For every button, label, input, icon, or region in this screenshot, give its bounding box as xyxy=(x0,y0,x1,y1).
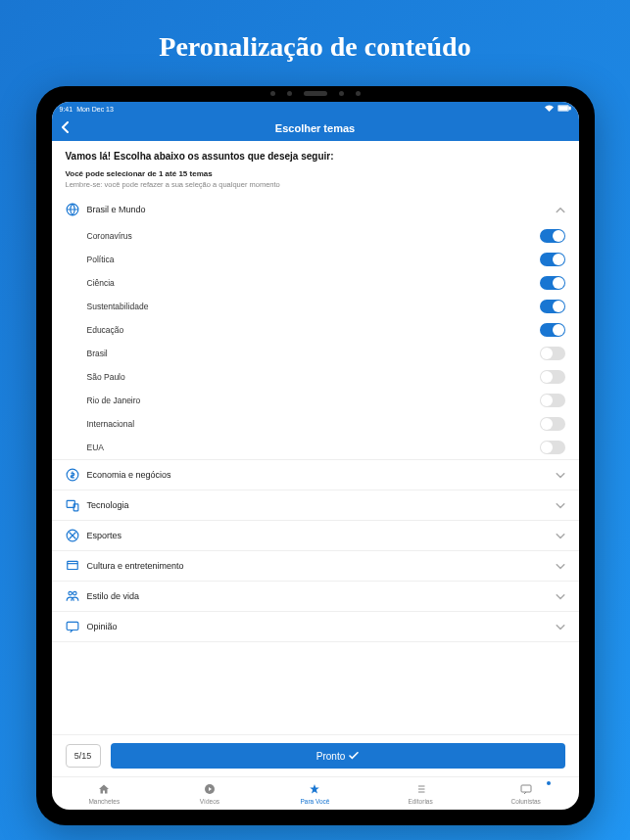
topic-toggle[interactable] xyxy=(540,394,565,407)
svg-rect-11 xyxy=(67,622,78,630)
topic-toggle[interactable] xyxy=(540,417,565,431)
topic-row: Rio de Janeiro xyxy=(87,389,579,412)
promo-title: Peronalização de conteúdo xyxy=(159,31,470,63)
category-header[interactable]: Opinião xyxy=(52,612,579,641)
chevron-down-icon xyxy=(556,531,565,541)
category: Opinião xyxy=(52,612,579,642)
notification-badge xyxy=(547,781,551,785)
nav-title: Escolher temas xyxy=(275,122,355,134)
topic-toggle[interactable] xyxy=(540,300,565,313)
chevron-down-icon xyxy=(556,470,565,481)
status-bar: 9:41 Mon Dec 13 xyxy=(52,102,579,116)
category: Cultura e entretenimento xyxy=(52,551,579,582)
topic-row: EUA xyxy=(87,436,579,459)
globe-icon xyxy=(66,203,79,216)
topic-toggle[interactable] xyxy=(540,347,565,360)
chevron-down-icon xyxy=(556,622,565,632)
topic-label: Internacional xyxy=(87,419,135,429)
tab-colunistas[interactable]: Colunistas xyxy=(473,777,579,810)
topic-label: Coronavírus xyxy=(87,231,132,241)
bottom-action-bar: 5/15 Pronto xyxy=(52,734,579,776)
topic-label: Educação xyxy=(87,325,124,335)
chevron-down-icon xyxy=(556,591,565,602)
topic-label: Política xyxy=(87,255,115,264)
topic-toggle[interactable] xyxy=(540,441,565,454)
devices-icon xyxy=(66,498,79,512)
culture-icon xyxy=(66,559,79,573)
tablet-frame: 9:41 Mon Dec 13 Escolher temas Vamos lá!… xyxy=(36,86,595,825)
category-label: Opinião xyxy=(87,622,556,631)
topic-row: Internacional xyxy=(87,412,579,436)
topic-toggle[interactable] xyxy=(540,229,565,243)
done-button[interactable]: Pronto xyxy=(111,743,565,769)
tab-para-você[interactable]: Para Você xyxy=(263,777,368,810)
home-icon xyxy=(98,783,110,797)
topic-label: Rio de Janeiro xyxy=(87,396,141,405)
tablet-notch xyxy=(270,91,361,96)
topic-row: Coronavírus xyxy=(87,224,579,248)
back-button[interactable] xyxy=(62,120,70,136)
category-label: Brasil e Mundo xyxy=(87,205,556,214)
category: Estilo de vida xyxy=(52,582,579,612)
opinion-icon xyxy=(66,620,79,633)
tab-label: Colunistas xyxy=(510,798,540,805)
category-header[interactable]: Tecnologia xyxy=(52,490,579,520)
chat-icon xyxy=(520,783,532,797)
category-label: Cultura e entretenimento xyxy=(87,561,556,571)
topic-toggle[interactable] xyxy=(540,253,565,266)
category-header[interactable]: Cultura e entretenimento xyxy=(52,551,579,581)
star-icon xyxy=(309,783,320,797)
category-label: Estilo de vida xyxy=(87,591,556,601)
topic-label: Sustentabilidade xyxy=(87,302,149,311)
lifestyle-icon xyxy=(66,589,79,603)
category: Tecnologia xyxy=(52,490,579,521)
main-prompt: Vamos lá! Escolha abaixo os assuntos que… xyxy=(66,151,565,162)
done-button-label: Pronto xyxy=(316,751,345,762)
instructions-block: Vamos lá! Escolha abaixo os assuntos que… xyxy=(52,141,579,195)
list-icon xyxy=(414,783,426,797)
category: Brasil e MundoCoronavírusPolíticaCiência… xyxy=(52,195,579,460)
topic-row: Política xyxy=(87,248,579,271)
svg-rect-8 xyxy=(67,561,77,569)
chevron-down-icon xyxy=(556,500,565,511)
chevron-down-icon xyxy=(556,561,565,572)
tab-label: Editorias xyxy=(408,798,432,805)
nav-header: Escolher temas xyxy=(52,116,579,141)
tab-bar: ManchetesVídeosPara VocêEditoriasColunis… xyxy=(52,776,579,810)
category-header[interactable]: Esportes xyxy=(52,521,579,550)
tab-editorias[interactable]: Editorias xyxy=(367,777,473,810)
category-header[interactable]: Economia e negócios xyxy=(52,460,579,490)
svg-rect-2 xyxy=(568,107,569,110)
battery-icon xyxy=(557,105,571,113)
category-label: Tecnologia xyxy=(87,500,556,510)
category: Esportes xyxy=(52,521,579,551)
category-header[interactable]: Estilo de vida xyxy=(52,582,579,611)
selection-counter: 5/15 xyxy=(66,744,101,768)
topic-list: CoronavírusPolíticaCiênciaSustentabilida… xyxy=(52,224,579,459)
topic-toggle[interactable] xyxy=(540,323,565,337)
status-date: Mon Dec 13 xyxy=(76,106,114,113)
hint-text: Lembre-se: você pode refazer a sua seleç… xyxy=(66,180,565,189)
wifi-icon xyxy=(545,105,554,113)
svg-rect-13 xyxy=(521,785,531,792)
tab-label: Vídeos xyxy=(200,798,219,805)
topic-label: EUA xyxy=(87,443,104,452)
check-icon xyxy=(349,751,359,762)
tab-manchetes[interactable]: Manchetes xyxy=(52,777,158,810)
topic-row: Ciência xyxy=(87,271,579,295)
category-label: Esportes xyxy=(87,531,556,540)
topic-label: Brasil xyxy=(87,349,108,358)
sports-icon xyxy=(66,529,79,542)
category-header[interactable]: Brasil e Mundo xyxy=(52,195,579,224)
svg-rect-1 xyxy=(558,106,567,110)
tab-vídeos[interactable]: Vídeos xyxy=(157,777,263,810)
topic-row: São Paulo xyxy=(87,365,579,389)
topic-row: Brasil xyxy=(87,342,579,365)
svg-point-9 xyxy=(68,591,72,595)
play-icon xyxy=(204,783,216,797)
svg-point-10 xyxy=(73,591,76,595)
topic-row: Educação xyxy=(87,318,579,342)
topic-toggle[interactable] xyxy=(540,276,565,290)
topic-row: Sustentabilidade xyxy=(87,295,579,318)
topic-toggle[interactable] xyxy=(540,370,565,384)
